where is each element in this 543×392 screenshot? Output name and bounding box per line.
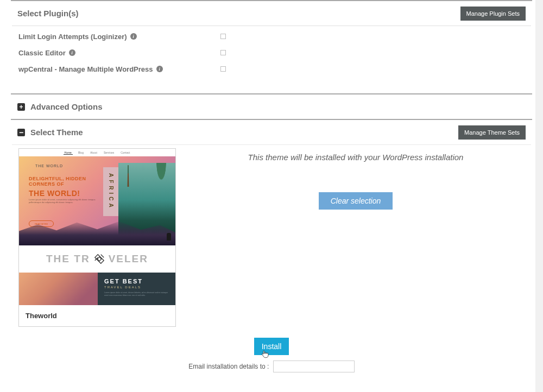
advanced-title: Advanced Options (30, 102, 103, 111)
info-icon[interactable]: i (156, 66, 163, 72)
info-icon[interactable]: i (130, 33, 137, 40)
plugin-label: Classic Editor (18, 49, 66, 57)
scrollbar-track[interactable] (535, 0, 543, 392)
info-icon[interactable]: i (69, 49, 75, 56)
advanced-toggle[interactable]: + Advanced Options (11, 94, 532, 119)
plugin-list: Limit Login Attempts (Loginizer)i Classi… (12, 26, 531, 93)
plus-icon: + (17, 103, 25, 111)
theme-install-message: This theme will be installed with your W… (187, 153, 525, 162)
manage-plugin-sets-button[interactable]: Manage Plugin Sets (460, 7, 526, 21)
plugin-checkbox[interactable] (220, 50, 226, 55)
cursor-icon (261, 350, 269, 358)
email-label: Email installation details to : (188, 363, 269, 370)
email-field[interactable] (273, 361, 355, 372)
plugins-section: Select Plugin(s) Manage Plugin Sets Limi… (11, 0, 532, 93)
plugins-title: Select Plugin(s) (17, 9, 79, 18)
plugin-label: wpCentral - Manage Multiple WordPress (18, 65, 153, 73)
theme-title: Select Theme (30, 128, 83, 137)
install-button[interactable]: Install (254, 338, 289, 355)
plugin-checkbox[interactable] (220, 66, 226, 72)
plugin-row: Classic Editori (18, 45, 525, 61)
clear-selection-button[interactable]: Clear selection (319, 192, 393, 210)
theme-section: − Select Theme Manage Theme Sets Home Bl… (11, 119, 532, 334)
manage-theme-sets-button[interactable]: Manage Theme Sets (458, 125, 526, 140)
minus-icon: − (17, 129, 25, 136)
plugin-row: Limit Login Attempts (Loginizer)i (18, 28, 525, 45)
plugin-checkbox[interactable] (220, 34, 226, 39)
plugin-row: wpCentral - Manage Multiple WordPressi (18, 61, 525, 77)
plugin-label: Limit Login Attempts (Loginizer) (18, 33, 127, 41)
advanced-section: + Advanced Options (11, 93, 532, 119)
theme-name: Theworld (19, 305, 175, 326)
theme-card[interactable]: Home Blog About Services Contact THE WOR… (18, 148, 176, 327)
theme-thumbnail: Home Blog About Services Contact THE WOR… (19, 149, 175, 305)
